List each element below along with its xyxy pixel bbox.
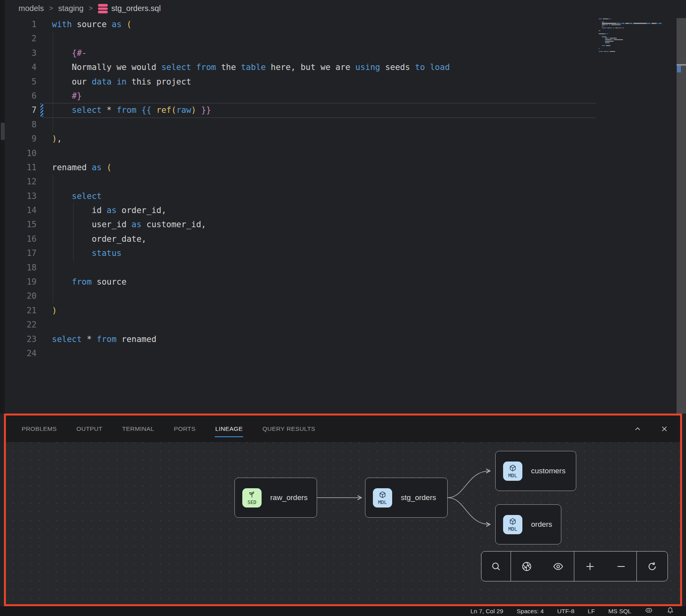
- code-token: [136, 105, 142, 115]
- panel-tab-problems[interactable]: PROBLEMS: [21, 423, 57, 435]
- zoom-out-button[interactable]: [612, 558, 630, 575]
- line-number[interactable]: 15: [0, 217, 37, 232]
- panel-close-button[interactable]: [656, 420, 673, 438]
- chevron-right-icon: >: [49, 4, 53, 13]
- line-number[interactable]: 2: [0, 31, 37, 46]
- minimap-line: [625, 23, 629, 24]
- status-item-ms-sql[interactable]: MS SQL: [608, 608, 631, 615]
- panel-tab-output[interactable]: OUTPUT: [76, 423, 103, 435]
- line-number[interactable]: 1: [0, 17, 37, 31]
- line-number[interactable]: 19: [0, 275, 37, 289]
- line-number[interactable]: 24: [0, 346, 37, 360]
- lineage-node-orders[interactable]: MDLorders: [495, 504, 561, 544]
- code-line[interactable]: 9),: [0, 132, 598, 146]
- code-line[interactable]: 4 Normally we would select from the tabl…: [0, 60, 598, 74]
- code-line[interactable]: 11renamed as (: [0, 160, 598, 175]
- code-token: load: [430, 63, 450, 72]
- code-token: as: [112, 20, 122, 29]
- line-number[interactable]: 5: [0, 75, 37, 89]
- line-number[interactable]: 8: [0, 118, 37, 132]
- lineage-node-stg_orders[interactable]: MDLstg_orders: [365, 478, 448, 518]
- code-text: renamed as (: [37, 160, 112, 175]
- zoom-in-button[interactable]: [581, 558, 599, 575]
- code-line[interactable]: 10: [0, 146, 598, 160]
- code-line[interactable]: 15 user_id as customer_id,: [0, 217, 598, 232]
- code-line[interactable]: 1with source as (: [0, 17, 598, 31]
- code-line[interactable]: 23select * from renamed: [0, 332, 598, 346]
- panel-maximize-button[interactable]: [629, 420, 646, 438]
- search-button[interactable]: [487, 558, 505, 575]
- line-number[interactable]: 21: [0, 303, 37, 318]
- code-line[interactable]: 22: [0, 318, 598, 332]
- chevron-right-icon: >: [89, 4, 93, 13]
- line-number[interactable]: 3: [0, 46, 37, 60]
- code-line[interactable]: 17 status: [0, 246, 598, 260]
- code-line[interactable]: 3 {#-: [0, 46, 598, 60]
- code-text: [37, 289, 52, 303]
- node-label: stg_orders: [401, 493, 436, 502]
- line-number[interactable]: 9: [0, 132, 37, 146]
- breadcrumb-item-models[interactable]: models: [18, 4, 44, 13]
- code-line[interactable]: 24: [0, 346, 598, 360]
- line-number[interactable]: 22: [0, 318, 37, 332]
- code-text: status: [37, 246, 122, 260]
- minimap-line: [602, 23, 616, 24]
- zoom-out-icon: [616, 561, 627, 572]
- scrollbar[interactable]: [677, 18, 686, 414]
- panel-tab-bar: PROBLEMSOUTPUTTERMINALPORTSLINEAGEQUERY …: [6, 416, 680, 442]
- aperture-button[interactable]: [518, 558, 535, 575]
- breadcrumb-item-staging[interactable]: staging: [58, 4, 84, 13]
- line-number[interactable]: 12: [0, 175, 37, 189]
- code-line[interactable]: 13 select: [0, 189, 598, 203]
- code-line[interactable]: 16 order_date,: [0, 232, 598, 246]
- line-number[interactable]: 11: [0, 160, 37, 175]
- line-number[interactable]: 18: [0, 261, 37, 275]
- line-number[interactable]: 23: [0, 332, 37, 346]
- code-line[interactable]: 21): [0, 303, 598, 318]
- code-line[interactable]: 14 id as order_id,: [0, 203, 598, 217]
- panel-tab-ports[interactable]: PORTS: [173, 423, 196, 435]
- notifications-button[interactable]: [666, 607, 674, 616]
- bottom-panel: PROBLEMSOUTPUTTERMINALPORTSLINEAGEQUERY …: [4, 414, 682, 606]
- line-number[interactable]: 16: [0, 232, 37, 246]
- code-line[interactable]: 2: [0, 31, 598, 46]
- line-number[interactable]: 7: [0, 103, 37, 117]
- code-token: [425, 63, 430, 72]
- code-line[interactable]: 8: [0, 118, 598, 132]
- breadcrumb-item-file[interactable]: stg_orders.sql: [98, 4, 161, 13]
- code-line[interactable]: 12: [0, 175, 598, 189]
- code-line[interactable]: 19 from source: [0, 275, 598, 289]
- code-line[interactable]: 5 our data in this project: [0, 75, 598, 89]
- code-token: [101, 163, 107, 172]
- copilot-button[interactable]: [645, 606, 653, 616]
- panel-tab-terminal[interactable]: TERMINAL: [122, 423, 155, 435]
- code-line[interactable]: 7 select * from {{ ref(raw) }}: [0, 103, 598, 117]
- minimap-line: [599, 33, 605, 34]
- code-token: from: [196, 63, 216, 72]
- visibility-button[interactable]: [550, 558, 567, 575]
- line-number[interactable]: 13: [0, 189, 37, 203]
- panel-tab-lineage[interactable]: LINEAGE: [215, 423, 243, 435]
- line-number[interactable]: 17: [0, 246, 37, 260]
- status-item-spaces-4[interactable]: Spaces: 4: [516, 608, 544, 615]
- line-number[interactable]: 20: [0, 289, 37, 303]
- code-token: from: [72, 277, 92, 287]
- lineage-node-customers[interactable]: MDLcustomers: [495, 451, 576, 491]
- panel-tab-query-results[interactable]: QUERY RESULTS: [262, 423, 315, 435]
- code-token: select: [72, 191, 102, 201]
- line-number[interactable]: 14: [0, 203, 37, 217]
- lineage-canvas[interactable]: SEDraw_ordersMDLstg_ordersMDLcustomersMD…: [6, 442, 680, 604]
- line-number[interactable]: 4: [0, 60, 37, 74]
- code-editor[interactable]: 1with source as (23 {#-4 Normally we wou…: [0, 17, 598, 360]
- code-line[interactable]: 18: [0, 261, 598, 275]
- code-line[interactable]: 6 #}: [0, 89, 598, 103]
- line-number[interactable]: 6: [0, 89, 37, 103]
- status-item-lf[interactable]: LF: [588, 608, 595, 615]
- line-number[interactable]: 10: [0, 146, 37, 160]
- refresh-button[interactable]: [644, 558, 661, 575]
- status-item-utf-8[interactable]: UTF-8: [557, 608, 574, 615]
- minimap[interactable]: [599, 18, 663, 55]
- status-item-ln-7-col-29[interactable]: Ln 7, Col 29: [470, 608, 503, 615]
- code-line[interactable]: 20: [0, 289, 598, 303]
- lineage-node-raw_orders[interactable]: SEDraw_orders: [234, 478, 317, 518]
